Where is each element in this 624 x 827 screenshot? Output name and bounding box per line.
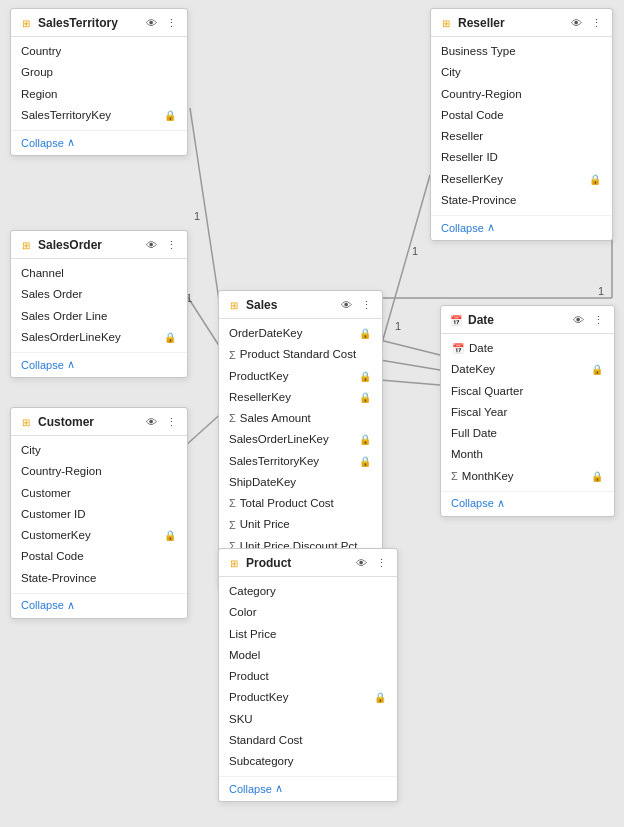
field-row: City	[11, 440, 187, 461]
field-row: SalesOrderLineKey 🔒	[11, 327, 187, 348]
field-row: Customer ID	[11, 504, 187, 525]
calendar-field-icon: 📅	[451, 341, 465, 356]
date-more-btn[interactable]: ⋮	[590, 312, 606, 328]
field-row: Channel	[11, 263, 187, 284]
sales-more-btn[interactable]: ⋮	[358, 297, 374, 313]
salesterritory-collapse[interactable]: Collapse ∧	[11, 130, 187, 155]
field-row: Customer	[11, 483, 187, 504]
svg-text:1: 1	[598, 285, 604, 297]
hidden-icon: 🔒	[590, 362, 604, 377]
field-row: Σ Total Product Cost	[219, 493, 382, 514]
date-title: Date	[468, 313, 565, 327]
field-row: Category	[219, 581, 397, 602]
salesterritory-icon: ⊞	[19, 16, 33, 30]
svg-line-2	[380, 175, 430, 350]
svg-line-6	[380, 360, 440, 370]
product-more-btn[interactable]: ⋮	[373, 555, 389, 571]
field-row: Postal Code	[11, 546, 187, 567]
date-icon: 📅	[449, 313, 463, 327]
field-row: ProductKey 🔒	[219, 366, 382, 387]
hidden-icon: 🔒	[588, 172, 602, 187]
field-row: Fiscal Year	[441, 402, 614, 423]
diagram-canvas: 1 1 1 1 • 1 * 1 1 1 ⊞ SalesTerritory	[0, 0, 624, 827]
salesorder-title: SalesOrder	[38, 238, 138, 252]
date-collapse[interactable]: Collapse ∧	[441, 491, 614, 516]
product-header: ⊞ Product 👁 ⋮	[219, 549, 397, 577]
hidden-icon: 🔒	[358, 454, 372, 469]
field-row: Postal Code	[431, 105, 612, 126]
salesorder-more-btn[interactable]: ⋮	[163, 237, 179, 253]
customer-more-btn[interactable]: ⋮	[163, 414, 179, 430]
table-date: 📅 Date 👁 ⋮ 📅 Date DateKey 🔒 Fiscal Quart…	[440, 305, 615, 517]
svg-line-4	[380, 340, 440, 355]
field-row: ResellerKey 🔒	[431, 169, 612, 190]
field-row: Business Type	[431, 41, 612, 62]
field-row: City	[431, 62, 612, 83]
field-row: Sales Order Line	[11, 306, 187, 327]
field-row: SKU	[219, 709, 397, 730]
hidden-icon: 🔒	[163, 528, 177, 543]
reseller-header: ⊞ Reseller 👁 ⋮	[431, 9, 612, 37]
sigma-icon: Σ	[229, 410, 236, 427]
customer-collapse[interactable]: Collapse ∧	[11, 593, 187, 618]
field-row: Standard Cost	[219, 730, 397, 751]
sigma-icon: Σ	[229, 347, 236, 364]
field-row: ProductKey 🔒	[219, 687, 397, 708]
salesorder-collapse[interactable]: Collapse ∧	[11, 352, 187, 377]
sales-eye-btn[interactable]: 👁	[338, 297, 354, 313]
reseller-more-btn[interactable]: ⋮	[588, 15, 604, 31]
field-row: ShipDateKey	[219, 472, 382, 493]
field-row: 📅 Date	[441, 338, 614, 359]
product-eye-btn[interactable]: 👁	[353, 555, 369, 571]
field-row: Group	[11, 62, 187, 83]
hidden-icon: 🔒	[590, 469, 604, 484]
customer-eye-btn[interactable]: 👁	[143, 414, 159, 430]
reseller-icon: ⊞	[439, 16, 453, 30]
field-row: Σ Product Standard Cost	[219, 344, 382, 365]
sales-fields: OrderDateKey 🔒 Σ Product Standard Cost P…	[219, 319, 382, 559]
salesterritory-more-btn[interactable]: ⋮	[163, 15, 179, 31]
field-row: OrderDateKey 🔒	[219, 323, 382, 344]
salesterritory-header: ⊞ SalesTerritory 👁 ⋮	[11, 9, 187, 37]
field-row: SalesOrderLineKey 🔒	[219, 429, 382, 450]
table-sales: ⊞ Sales 👁 ⋮ OrderDateKey 🔒 Σ Product Sta…	[218, 290, 383, 587]
field-row: Color	[219, 602, 397, 623]
field-row: CustomerKey 🔒	[11, 525, 187, 546]
svg-line-7	[380, 380, 440, 385]
customer-title: Customer	[38, 415, 138, 429]
field-row: Sales Order	[11, 284, 187, 305]
table-customer: ⊞ Customer 👁 ⋮ City Country-Region Custo…	[10, 407, 188, 619]
salesterritory-fields: Country Group Region SalesTerritoryKey 🔒	[11, 37, 187, 128]
table-salesterritory: ⊞ SalesTerritory 👁 ⋮ Country Group Regio…	[10, 8, 188, 156]
hidden-icon: 🔒	[163, 330, 177, 345]
reseller-collapse[interactable]: Collapse ∧	[431, 215, 612, 240]
field-row: ResellerKey 🔒	[219, 387, 382, 408]
customer-icon: ⊞	[19, 415, 33, 429]
field-row: Country-Region	[431, 84, 612, 105]
field-row: DateKey 🔒	[441, 359, 614, 380]
salesorder-eye-btn[interactable]: 👁	[143, 237, 159, 253]
field-row: Region	[11, 84, 187, 105]
customer-fields: City Country-Region Customer Customer ID…	[11, 436, 187, 591]
field-row: Product	[219, 666, 397, 687]
product-icon: ⊞	[227, 556, 241, 570]
reseller-eye-btn[interactable]: 👁	[568, 15, 584, 31]
field-row: Σ Sales Amount	[219, 408, 382, 429]
sigma-icon: Σ	[451, 468, 458, 485]
field-row: Reseller ID	[431, 147, 612, 168]
date-eye-btn[interactable]: 👁	[570, 312, 586, 328]
salesterritory-title: SalesTerritory	[38, 16, 138, 30]
salesorder-icon: ⊞	[19, 238, 33, 252]
salesterritory-eye-btn[interactable]: 👁	[143, 15, 159, 31]
field-row: Country-Region	[11, 461, 187, 482]
field-row: SalesTerritoryKey 🔒	[219, 451, 382, 472]
product-fields: Category Color List Price Model Product …	[219, 577, 397, 774]
field-row: Σ Unit Price	[219, 514, 382, 535]
table-product: ⊞ Product 👁 ⋮ Category Color List Price …	[218, 548, 398, 802]
field-row: State-Province	[431, 190, 612, 211]
product-title: Product	[246, 556, 348, 570]
hidden-icon: 🔒	[358, 390, 372, 405]
sales-icon: ⊞	[227, 298, 241, 312]
product-collapse[interactable]: Collapse ∧	[219, 776, 397, 801]
field-row: Country	[11, 41, 187, 62]
